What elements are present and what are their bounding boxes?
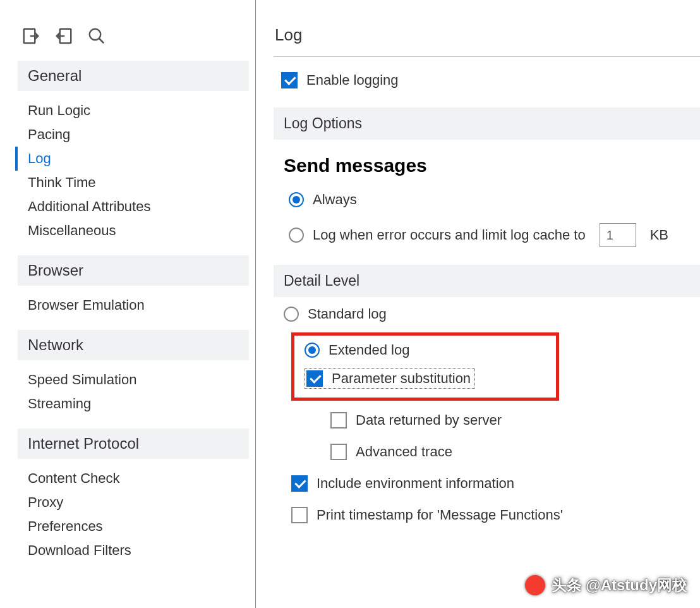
send-messages-title: Send messages <box>274 140 700 183</box>
checkbox-print-timestamp[interactable] <box>291 507 308 523</box>
option-standard-log: Standard log <box>284 298 700 330</box>
label-data-returned: Data returned by server <box>356 412 502 429</box>
option-extended-log: Extended log <box>305 337 552 363</box>
nav-items-browser: Browser Emulation <box>18 293 249 326</box>
group-log-options: Log Options <box>274 107 700 140</box>
section-header-internet-protocol[interactable]: Internet Protocol <box>18 429 249 459</box>
section-header-network[interactable]: Network <box>18 330 249 360</box>
checkbox-advanced-trace[interactable] <box>330 444 347 460</box>
enable-logging-label: Enable logging <box>306 72 399 88</box>
option-print-timestamp: Print timestamp for 'Message Functions' <box>284 499 700 531</box>
nav-speed-simulation[interactable]: Speed Simulation <box>28 368 249 392</box>
label-parameter-substitution: Parameter substitution <box>332 370 471 387</box>
export-icon[interactable] <box>21 27 40 46</box>
option-include-env: Include environment information <box>284 468 700 499</box>
sidebar-toolbar <box>18 25 249 57</box>
nav-pacing[interactable]: Pacing <box>28 123 249 147</box>
radio-log-on-error-label: Log when error occurs and limit log cach… <box>313 227 586 243</box>
nav-preferences[interactable]: Preferences <box>28 514 249 538</box>
nav-additional-attributes[interactable]: Additional Attributes <box>28 195 249 219</box>
radio-extended-log-label: Extended log <box>329 342 409 358</box>
extended-log-highlight: Extended log Parameter substitution <box>291 332 559 401</box>
nav-miscellaneous[interactable]: Miscellaneous <box>28 219 249 243</box>
label-include-env: Include environment information <box>317 475 514 492</box>
option-advanced-trace: Advanced trace <box>284 436 700 468</box>
nav-streaming[interactable]: Streaming <box>28 392 249 416</box>
option-log-on-error: Log when error occurs and limit log cach… <box>289 216 700 255</box>
enable-logging-row: Enable logging <box>274 57 700 104</box>
checkbox-data-returned[interactable] <box>330 412 347 429</box>
import-icon[interactable] <box>54 27 73 46</box>
nav-log[interactable]: Log <box>15 147 249 171</box>
option-always: Always <box>289 184 700 216</box>
checkbox-include-env[interactable] <box>291 475 308 492</box>
nav-download-filters[interactable]: Download Filters <box>28 538 249 562</box>
radio-always-label: Always <box>313 192 357 208</box>
radio-extended-log[interactable] <box>305 343 320 358</box>
main-panel: Log Enable logging Log Options Send mess… <box>256 0 700 608</box>
radio-always[interactable] <box>289 192 304 207</box>
option-parameter-substitution: Parameter substitution <box>305 363 552 394</box>
sidebar: General Run Logic Pacing Log Think Time … <box>0 0 256 608</box>
nav-think-time[interactable]: Think Time <box>28 171 249 195</box>
search-icon[interactable] <box>87 27 106 46</box>
checkbox-parameter-substitution[interactable] <box>306 370 323 387</box>
page-title: Log <box>274 25 700 57</box>
param-sub-focus: Parameter substitution <box>305 368 475 389</box>
log-cache-unit: KB <box>650 227 668 243</box>
nav-items-general: Run Logic Pacing Log Think Time Addition… <box>18 99 249 252</box>
radio-standard-log[interactable] <box>284 307 299 322</box>
group-detail-level: Detail Level <box>274 265 700 297</box>
nav-items-network: Speed Simulation Streaming <box>18 368 249 425</box>
section-header-general[interactable]: General <box>18 61 249 91</box>
nav-browser-emulation[interactable]: Browser Emulation <box>28 293 249 317</box>
enable-logging-checkbox[interactable] <box>281 72 298 88</box>
detail-level-options: Standard log Extended log Parameter subs… <box>274 297 700 537</box>
svg-point-2 <box>90 29 101 40</box>
send-messages-options: Always Log when error occurs and limit l… <box>274 183 700 261</box>
label-advanced-trace: Advanced trace <box>356 444 452 460</box>
radio-log-on-error[interactable] <box>289 228 304 243</box>
nav-proxy[interactable]: Proxy <box>28 490 249 514</box>
log-cache-input[interactable] <box>600 223 636 247</box>
radio-standard-log-label: Standard log <box>308 306 387 322</box>
nav-items-ip: Content Check Proxy Preferences Download… <box>18 466 249 571</box>
nav-content-check[interactable]: Content Check <box>28 466 249 490</box>
option-data-returned: Data returned by server <box>284 404 700 436</box>
nav-run-logic[interactable]: Run Logic <box>28 99 249 123</box>
label-print-timestamp: Print timestamp for 'Message Functions' <box>317 507 563 523</box>
section-header-browser[interactable]: Browser <box>18 255 249 286</box>
